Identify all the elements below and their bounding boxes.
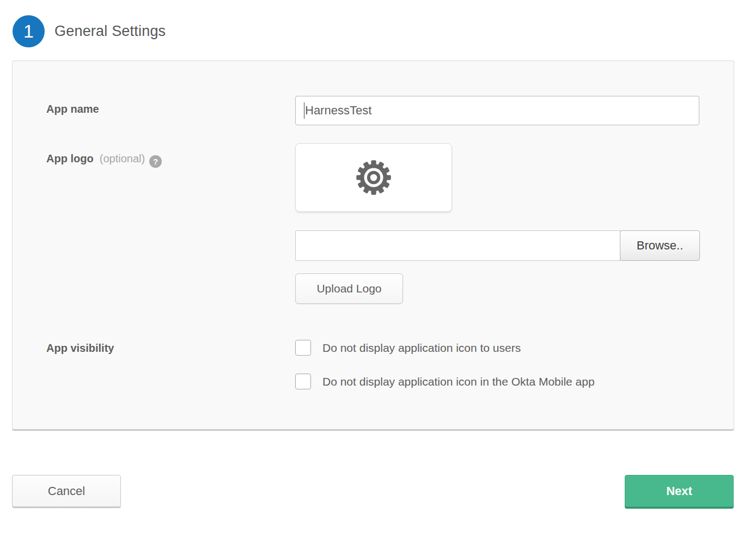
logo-preview: [295, 143, 452, 212]
page-title: General Settings: [54, 23, 166, 40]
visibility-users-label: Do not display application icon to users: [322, 341, 521, 355]
optional-hint: (optional): [96, 152, 145, 164]
app-name-label: App name: [46, 103, 99, 115]
step-number: 1: [23, 21, 34, 42]
app-name-input[interactable]: HarnessTest: [295, 96, 699, 125]
upload-logo-button[interactable]: Upload Logo: [295, 273, 403, 304]
step-indicator: 1: [13, 15, 45, 47]
app-logo-label-text: App logo: [46, 152, 94, 164]
file-path-input[interactable]: [295, 230, 620, 261]
text-cursor: [304, 102, 304, 119]
next-button[interactable]: Next: [625, 475, 734, 507]
visibility-mobile-label: Do not display application icon in the O…: [322, 375, 595, 388]
cancel-button[interactable]: Cancel: [12, 475, 121, 507]
visibility-mobile-checkbox[interactable]: [295, 374, 311, 389]
help-icon[interactable]: ?: [149, 155, 162, 168]
browse-button[interactable]: Browse..: [620, 230, 700, 261]
visibility-option-mobile[interactable]: Do not display application icon in the O…: [295, 374, 595, 389]
gear-icon: [356, 160, 392, 196]
app-visibility-label: App visibility: [46, 342, 114, 355]
app-logo-label: App logo (optional)?: [46, 152, 162, 168]
app-name-value: HarnessTest: [305, 103, 371, 118]
visibility-users-checkbox[interactable]: [295, 340, 311, 356]
optional-hint-text: (optional): [100, 152, 145, 164]
settings-panel: App name HarnessTest App logo (optional)…: [12, 60, 734, 431]
general-settings-page: 1 General Settings App name HarnessTest …: [0, 0, 756, 537]
visibility-option-users[interactable]: Do not display application icon to users: [295, 340, 521, 356]
logo-file-chooser: Browse..: [295, 230, 700, 261]
